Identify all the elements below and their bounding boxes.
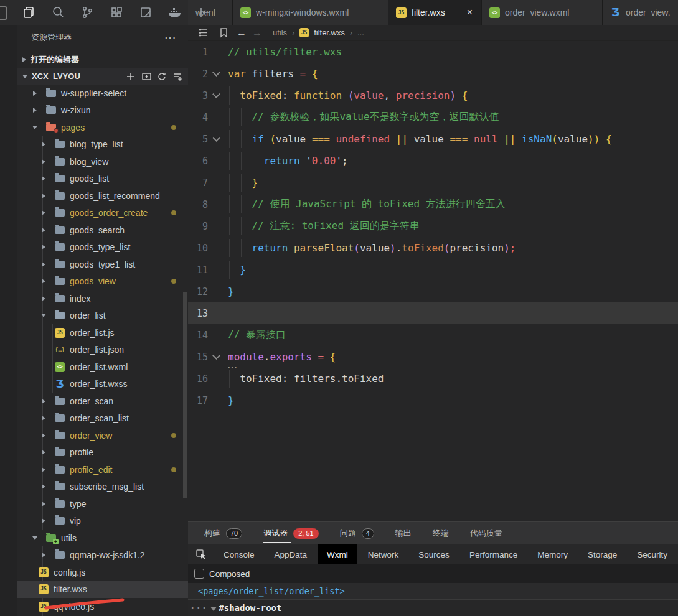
- bookmark-icon[interactable]: [216, 26, 231, 40]
- fold-chevron-icon[interactable]: [212, 352, 220, 360]
- tree-item-config.js[interactable]: JSconfig.js: [17, 564, 188, 581]
- code-line-15[interactable]: 15module.exports = {: [188, 346, 678, 368]
- tree-item-order_list[interactable]: order_list: [17, 307, 188, 325]
- tree-item-qqmap-wx-jssdk1.2[interactable]: qqmap-wx-jssdk1.2: [17, 547, 188, 564]
- panel-left-icon[interactable]: [197, 5, 212, 20]
- fold-chevron-icon[interactable]: [212, 90, 220, 98]
- more-dots-icon[interactable]: ···: [190, 603, 207, 613]
- devtools-tab-Sources[interactable]: Sources: [409, 544, 459, 564]
- tree-item-utils[interactable]: +utils: [17, 530, 188, 547]
- code-line-9[interactable]: 9 // 注意: toFixed 返回的是字符串: [188, 215, 678, 237]
- nav-forward-icon[interactable]: →: [252, 27, 262, 39]
- breadcrumb-item[interactable]: ...: [357, 28, 364, 37]
- tree-item-order_scan[interactable]: order_scan: [17, 393, 188, 410]
- panel-tab-构建[interactable]: 构建70: [204, 522, 242, 544]
- tree-item-order_list.js[interactable]: JSorder_list.js: [17, 324, 188, 342]
- tree-item-goods_type_list[interactable]: goods_type_list: [17, 239, 188, 256]
- tab-close-icon[interactable]: ×: [466, 7, 474, 17]
- panel-tab-输出[interactable]: 输出: [395, 522, 412, 544]
- panel-tab-代码质量[interactable]: 代码质量: [470, 522, 502, 544]
- tree-item-goods_order_create[interactable]: goods_order_create: [17, 205, 188, 222]
- code-line-12[interactable]: 12}: [188, 281, 678, 302]
- nav-back-icon[interactable]: ←: [237, 27, 247, 39]
- element-row[interactable]: <pages/order_list/order_list>: [188, 583, 678, 599]
- tree-item-order_list.json[interactable]: {…}order_list.json: [17, 342, 188, 359]
- outline-list-icon[interactable]: [195, 26, 210, 40]
- code-line-14[interactable]: 14// 暴露接口: [188, 324, 678, 346]
- code-line-3[interactable]: 3 toFixed: function (value, precision) {: [188, 85, 678, 106]
- more-actions-icon[interactable]: ···: [165, 33, 177, 42]
- fold-chevron-icon[interactable]: [212, 134, 220, 142]
- tree-item-order_view[interactable]: order_view: [17, 427, 188, 444]
- breadcrumb-item[interactable]: utils: [273, 28, 287, 37]
- tree-item-index[interactable]: index: [17, 290, 188, 307]
- sidebar-scrollbar[interactable]: [183, 292, 187, 498]
- code-line-10[interactable]: 10 return parseFloat(value).toFixed(prec…: [188, 237, 678, 259]
- tree-item-blog_view[interactable]: blog_view: [17, 153, 188, 170]
- collapse-all-icon[interactable]: [172, 71, 183, 82]
- devtools-tab-AppData[interactable]: AppData: [265, 544, 317, 564]
- tree-item-goods_view[interactable]: goods_view: [17, 273, 188, 291]
- devtools-tab-Performance[interactable]: Performance: [460, 544, 527, 564]
- expand-triangle-icon[interactable]: [210, 607, 217, 611]
- panel-tab-问题[interactable]: 问题4: [340, 522, 374, 544]
- tree-item-blog_type_list[interactable]: blog_type_list: [17, 136, 188, 154]
- section-open-editors[interactable]: 打开的编辑器: [17, 51, 188, 68]
- panel-tab-调试器[interactable]: 调试器2, 51: [263, 522, 318, 544]
- element-selector[interactable]: <pages/order_list/order_list>: [198, 586, 345, 596]
- files-icon[interactable]: [21, 5, 36, 20]
- composed-checkbox[interactable]: [194, 569, 204, 579]
- tree-item-w-supplier-select[interactable]: w-supplier-select: [17, 85, 188, 102]
- devtools-tab-Console[interactable]: Console: [214, 544, 264, 564]
- code-line-17[interactable]: 17}: [188, 390, 678, 411]
- refresh-icon[interactable]: [156, 71, 167, 82]
- code-line-4[interactable]: 4 // 参数校验，如果value不是数字或为空，返回默认值: [188, 106, 678, 128]
- code-line-5[interactable]: 5 if (value === undefined || value === n…: [188, 128, 678, 150]
- tree-item-qqVideo.js[interactable]: JSqqVideo.js: [17, 598, 188, 615]
- tree-item-w-zixun[interactable]: w-zixun: [17, 102, 188, 119]
- docker-icon[interactable]: [167, 5, 182, 20]
- tree-item-order_scan_list[interactable]: order_scan_list: [17, 410, 188, 427]
- editor-tab-order_view.wxml[interactable]: <>order_view.wxml: [482, 0, 603, 25]
- inspect-element-icon[interactable]: [193, 546, 209, 562]
- source-control-icon[interactable]: [80, 5, 95, 20]
- tree-item-vip[interactable]: vip: [17, 513, 188, 530]
- breadcrumb-item[interactable]: filter.wxs: [314, 28, 345, 37]
- tree-item-goods_list_recommend[interactable]: goods_list_recommend: [17, 187, 188, 205]
- new-file-icon[interactable]: [125, 71, 136, 82]
- tree-item-order_list.wxml[interactable]: <>order_list.wxml: [17, 358, 188, 376]
- code-line-16[interactable]: 16 toFixed: filters.toFixed: [188, 368, 678, 390]
- tree-item-goods_search[interactable]: goods_search: [17, 222, 188, 239]
- search-icon[interactable]: [50, 5, 65, 20]
- code-line-8[interactable]: 8 // 使用 JavaScript 的 toFixed 方法进行四舍五入: [188, 194, 678, 215]
- tree-item-subscribe_msg_list[interactable]: subscribe_msg_list: [17, 478, 188, 496]
- tree-item-type[interactable]: type: [17, 495, 188, 513]
- code-line-2[interactable]: 2var filters = {: [188, 63, 678, 85]
- code-line-1[interactable]: 1// utils/filter.wxs: [188, 41, 678, 63]
- code-line-6[interactable]: 6 return '0.00';: [188, 150, 678, 172]
- devtools-tab-Network[interactable]: Network: [359, 544, 408, 564]
- tree-item-pages[interactable]: pages: [17, 119, 188, 136]
- tree-item-goods_type1_list[interactable]: goods_type1_list: [17, 256, 188, 273]
- code-editor[interactable]: 1// utils/filter.wxs2var filters = {3 to…: [188, 41, 678, 521]
- editor-tab-order_view.[interactable]: Ʒorder_view.: [603, 0, 678, 25]
- tree-item-order_list.wxss[interactable]: Ʒorder_list.wxss: [17, 376, 188, 393]
- code-line-7[interactable]: 7 }: [188, 172, 678, 194]
- new-folder-icon[interactable]: [141, 71, 152, 82]
- panel-tab-终端[interactable]: 终端: [433, 522, 449, 544]
- devtools-tab-Storage[interactable]: Storage: [578, 544, 626, 564]
- layout-square-icon[interactable]: [138, 5, 153, 20]
- code-line-11[interactable]: 11 }: [188, 259, 678, 281]
- extensions-icon[interactable]: [109, 5, 124, 20]
- tree-item-profile[interactable]: profile: [17, 444, 188, 462]
- editor-tab-w-mingxi-windows.wxml[interactable]: <>w-mingxi-windows.wxml: [233, 0, 388, 25]
- devtools-tab-Wxml[interactable]: Wxml: [318, 544, 357, 564]
- section-project-root[interactable]: XCX_LVYOU: [17, 68, 188, 85]
- tree-item-goods_list[interactable]: goods_list: [17, 170, 188, 188]
- tree-item-profile_edit[interactable]: profile_edit: [17, 461, 188, 478]
- devtools-tab-Memory[interactable]: Memory: [528, 544, 577, 564]
- fold-chevron-icon[interactable]: [212, 68, 220, 77]
- devtools-tab-Security[interactable]: Security: [628, 544, 677, 564]
- editor-tab-filter.wxs[interactable]: JSfilter.wxs×: [388, 0, 482, 25]
- code-line-13[interactable]: 13: [188, 302, 678, 324]
